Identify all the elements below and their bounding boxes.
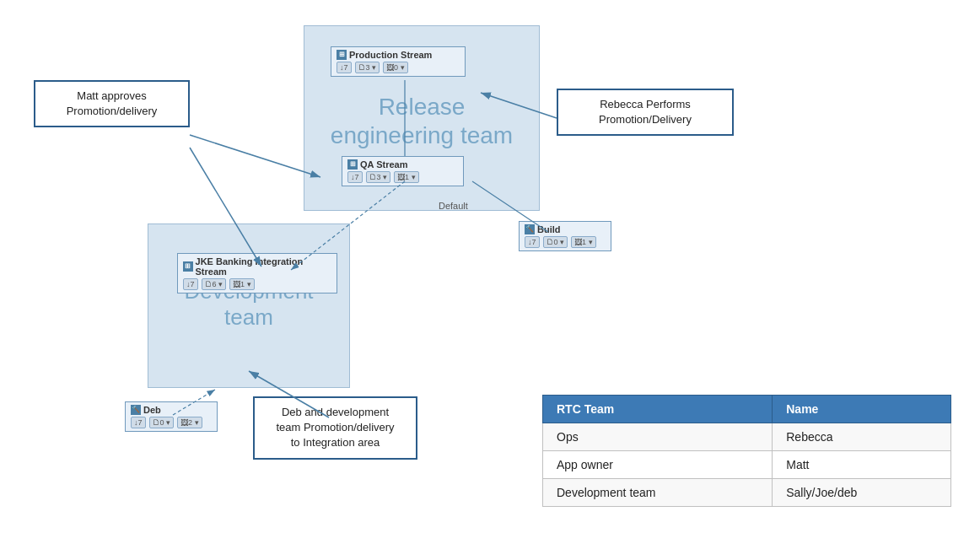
table-row: Ops Rebecca: [543, 423, 951, 451]
svg-line-2: [190, 135, 320, 177]
build-widget[interactable]: 🔨 Build ↓7 🗋0 ▾ 🖼1 ▾: [519, 221, 611, 251]
jke-ctrl-2[interactable]: 🗋6 ▾: [202, 278, 227, 290]
build-ctrl-2[interactable]: 🗋0 ▾: [543, 236, 568, 248]
prod-stream-widget[interactable]: ⊞ Production Stream ↓7 🗋3 ▾ 🖼0 ▾: [331, 46, 466, 77]
qa-stream-icon: ⊞: [347, 159, 358, 170]
jke-ctrl-3[interactable]: 🖼1 ▾: [229, 278, 255, 290]
table-cell-team-3: Development team: [543, 479, 773, 507]
annotation-rebecca: Rebecca PerformsPromotion/Delivery: [557, 89, 734, 136]
prod-stream-controls: ↓7 🗋3 ▾ 🖼0 ▾: [337, 62, 460, 73]
jke-ctrl-1[interactable]: ↓7: [183, 278, 198, 290]
ctrl-btn-2[interactable]: 🗋3 ▾: [355, 62, 380, 73]
build-ctrl-3[interactable]: 🖼1 ▾: [571, 236, 596, 248]
table-cell-name-2: Matt: [773, 451, 951, 479]
jke-stream-controls: ↓7 🗋6 ▾ 🖼1 ▾: [183, 278, 331, 290]
table-header-name: Name: [773, 396, 951, 423]
deb-title: 🔨 Deb: [131, 405, 212, 415]
deb-controls: ↓7 🗋0 ▾ 🖼2 ▾: [131, 417, 212, 428]
dev-team-box: [148, 223, 350, 388]
qa-stream-widget[interactable]: ⊞ QA Stream ↓7 🗋3 ▾ 🖼1 ▾: [342, 156, 464, 186]
table-cell-team-1: Ops: [543, 423, 773, 451]
default-label: Default: [439, 201, 468, 211]
qa-ctrl-2[interactable]: 🗋3 ▾: [366, 171, 391, 183]
ctrl-btn-1[interactable]: ↓7: [337, 62, 352, 73]
table-cell-team-2: App owner: [543, 451, 773, 479]
table-header-team: RTC Team: [543, 396, 773, 423]
qa-stream-controls: ↓7 🗋3 ▾ 🖼1 ▾: [347, 171, 458, 183]
prod-stream-title: ⊞ Production Stream: [337, 50, 460, 60]
annotation-deb: Deb and developmentteam Promotion/delive…: [253, 396, 417, 460]
annotation-matt: Matt approvesPromotion/delivery: [34, 80, 190, 127]
deb-ctrl-2[interactable]: 🗋0 ▾: [149, 417, 175, 428]
qa-stream-title: ⊞ QA Stream: [347, 159, 458, 170]
table-cell-name-3: Sally/Joe/deb: [773, 479, 951, 507]
prod-stream-icon: ⊞: [337, 50, 347, 60]
deb-ctrl-3[interactable]: 🖼2 ▾: [177, 417, 202, 428]
rtc-table: RTC Team Name Ops Rebecca App owner Matt…: [542, 395, 951, 507]
build-icon: 🔨: [525, 224, 535, 234]
jke-stream-title: ⊞ JKE Banking Integration Stream: [183, 256, 331, 277]
diagram-area: Releaseengineering team ⊞ Production Str…: [0, 0, 980, 560]
qa-ctrl-1[interactable]: ↓7: [347, 171, 363, 183]
deb-widget[interactable]: 🔨 Deb ↓7 🗋0 ▾ 🖼2 ▾: [125, 401, 218, 432]
ctrl-btn-3[interactable]: 🖼0 ▾: [383, 62, 408, 73]
deb-ctrl-1[interactable]: ↓7: [131, 417, 146, 428]
table-cell-name-1: Rebecca: [773, 423, 951, 451]
jke-stream-icon: ⊞: [183, 261, 193, 272]
jke-stream-widget[interactable]: ⊞ JKE Banking Integration Stream ↓7 🗋6 ▾…: [177, 253, 337, 293]
build-ctrl-1[interactable]: ↓7: [525, 236, 540, 248]
deb-icon: 🔨: [131, 405, 141, 415]
table-row: Development team Sally/Joe/deb: [543, 479, 951, 507]
build-title: 🔨 Build: [525, 224, 606, 234]
build-controls: ↓7 🗋0 ▾ 🖼1 ▾: [525, 236, 606, 248]
qa-ctrl-3[interactable]: 🖼1 ▾: [394, 171, 419, 183]
table-row: App owner Matt: [543, 451, 951, 479]
